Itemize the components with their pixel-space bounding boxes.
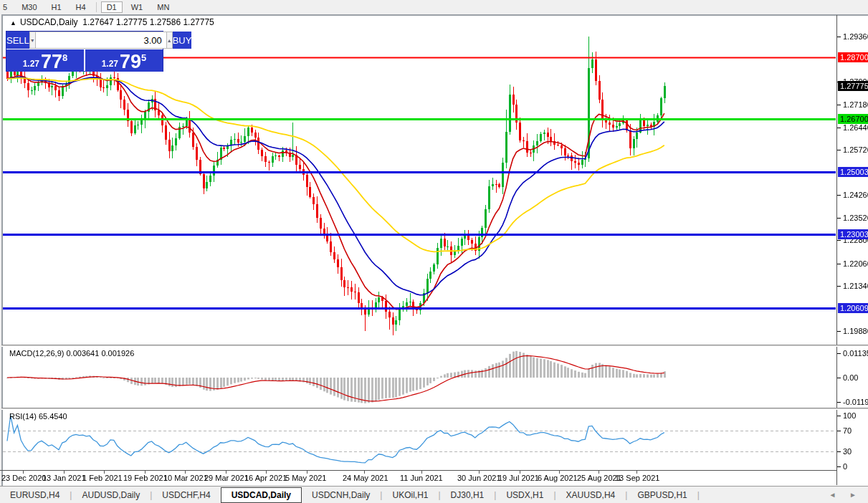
tab-separator: | — [697, 490, 700, 500]
macd-tick-label: -0.011904 — [843, 398, 868, 406]
tab-usdx-h1[interactable]: USDX,H1 — [496, 487, 553, 503]
buy-button[interactable]: BUY — [173, 32, 192, 49]
price-tick-label: 1.29360 — [843, 32, 868, 41]
price-tick-label: 1.25720 — [843, 145, 868, 154]
current-price-badge: 1.27775 — [838, 81, 868, 91]
timeframe-button-w1[interactable]: W1 — [125, 1, 149, 13]
rsi-tick-label: 30 — [843, 447, 852, 456]
timeframe-button-mn[interactable]: MN — [151, 1, 175, 13]
price-tick-mark — [837, 286, 841, 287]
rsi-tick-label: 0 — [843, 462, 847, 471]
price-tick-label: 1.22060 — [843, 259, 868, 268]
tab-usdcnh-daily[interactable]: USDCNH,Daily — [302, 487, 380, 503]
tab-ukoil-h1[interactable]: UKOil,H1 — [382, 487, 438, 503]
buy-price-big: 79 — [120, 52, 141, 71]
chevron-down-icon: ▼ — [30, 38, 35, 43]
rsi-tick-mark — [837, 416, 841, 416]
macd-panel-divider[interactable] — [1, 345, 868, 347]
date-label: 24 May 2021 — [343, 474, 388, 482]
buy-price-display[interactable]: 1.27 79 5 — [85, 49, 163, 72]
macd-tick-label: 0.00 — [843, 373, 858, 382]
date-label: 6 Aug 2021 — [538, 474, 578, 482]
date-label: 23 Dec 2020 — [1, 474, 46, 482]
macd-tick-mark — [837, 378, 841, 378]
macd-label: MACD(12,26,9) 0.003641 0.001926 — [9, 349, 134, 358]
date-label: 13 Jan 2021 — [42, 474, 86, 482]
tab-dj30-h1[interactable]: DJ30,H1 — [441, 487, 495, 503]
volume-increase-button[interactable]: ▲ — [166, 32, 173, 49]
timeframe-button-m30[interactable]: M30 — [16, 1, 42, 13]
rsi-label: RSI(14) 65.4540 — [9, 412, 67, 421]
tab-eurusd-h4[interactable]: EURUSD,H4 — [0, 487, 70, 503]
tab-audusd-daily[interactable]: AUDUSD,Daily — [72, 487, 150, 503]
timeframe-button-h1[interactable]: H1 — [46, 1, 67, 13]
sell-price-prefix: 1.27 — [23, 59, 39, 69]
macd-tick-label: 0.01135 — [843, 349, 868, 358]
rsi-tick-mark — [837, 451, 841, 452]
symbol-tabbar: EURUSD,H4|AUDUSD,Daily|USDCHF,H4USDCAD,D… — [0, 486, 868, 503]
price-tick-mark — [837, 218, 841, 219]
chart-title: ▲USDCAD,Daily 1.27647 1.27775 1.27586 1.… — [10, 17, 214, 27]
price-axis-border — [836, 15, 837, 485]
price-tick-label: 1.21340 — [843, 282, 868, 290]
price-level-badge: 1.28700 — [838, 52, 868, 62]
ohlc-values: 1.27647 1.27775 1.27586 1.27775 — [82, 17, 214, 27]
timeframe-button-5[interactable]: 5 — [0, 1, 13, 13]
price-tick-label: 1.26440 — [843, 123, 868, 132]
price-tick-mark — [837, 37, 841, 37]
sell-price-pip: 8 — [62, 52, 67, 63]
price-tick-mark — [837, 240, 841, 241]
sell-button[interactable]: SELL — [6, 32, 29, 49]
sell-price-big: 77 — [41, 52, 62, 71]
date-label: 10 Mar 2021 — [163, 474, 208, 482]
price-tick-mark — [837, 105, 841, 105]
price-level-badge: 1.25003 — [838, 167, 868, 177]
price-tick-mark — [837, 128, 841, 128]
tab-usdchf-h4[interactable]: USDCHF,H4 — [152, 487, 220, 503]
rsi-tick-mark — [837, 466, 841, 467]
rsi-tick-label: 70 — [843, 426, 852, 435]
date-label: 11 Jun 2021 — [400, 474, 443, 482]
rsi-panel-divider[interactable] — [1, 408, 868, 410]
rsi-tick-mark — [837, 431, 841, 431]
tab-xauusd-h4[interactable]: XAUUSD,H4 — [556, 487, 626, 503]
toolbar-separator — [96, 2, 97, 12]
volume-input[interactable] — [36, 32, 166, 49]
buy-price-pip: 5 — [141, 52, 146, 63]
date-label: 13 Sep 2021 — [615, 474, 659, 482]
chevron-up-icon: ▲ — [167, 38, 172, 43]
date-label: 16 Apr 2021 — [244, 474, 287, 482]
price-tick-label: 1.23520 — [843, 214, 868, 222]
volume-decrease-button[interactable]: ▼ — [29, 32, 36, 49]
date-label: 5 May 2021 — [285, 474, 326, 482]
timeframe-toolbar: 5M30H1H4D1W1MN — [0, 0, 868, 14]
price-tick-label: 1.19880 — [843, 327, 868, 335]
price-tick-label: 1.27180 — [843, 100, 868, 109]
date-label: 19 Feb 2021 — [123, 474, 168, 482]
chart-window — [1, 14, 868, 486]
macd-tick-mark — [837, 402, 841, 403]
price-tick-mark — [837, 331, 841, 332]
macd-tick-mark — [837, 353, 841, 354]
price-tick-mark — [837, 150, 841, 150]
date-label: 30 Jun 2021 — [457, 474, 501, 482]
symbol-title: USDCAD,Daily — [20, 17, 78, 27]
timeframe-button-d1[interactable]: D1 — [101, 1, 123, 13]
tab-usdcad-daily[interactable]: USDCAD,Daily — [221, 487, 302, 503]
price-level-badge: 1.26700 — [838, 114, 868, 124]
price-tick-mark — [837, 195, 841, 196]
tab-scroll-arrows[interactable]: ◄ ► — [829, 491, 862, 499]
price-tick-label: 1.24260 — [843, 191, 868, 199]
price-tick-mark — [837, 264, 841, 264]
tab-gbpusd-h1[interactable]: GBPUSD,H1 — [627, 487, 697, 503]
sell-price-display[interactable]: 1.27 77 8 — [6, 49, 84, 72]
rsi-tick-label: 100 — [843, 411, 856, 420]
one-click-trade-panel: SELL ▼ ▲ BUY 1.27 77 8 1.27 79 5 — [6, 31, 163, 72]
date-label: 29 Mar 2021 — [204, 474, 249, 482]
timeframe-button-h4[interactable]: H4 — [70, 1, 92, 13]
collapse-icon[interactable]: ▲ — [10, 19, 16, 27]
price-level-badge: 1.23003 — [838, 229, 868, 239]
date-label: 19 Jul 2021 — [498, 474, 539, 482]
date-label: 1 Feb 2021 — [82, 474, 123, 482]
price-level-badge: 1.20609 — [838, 303, 868, 313]
